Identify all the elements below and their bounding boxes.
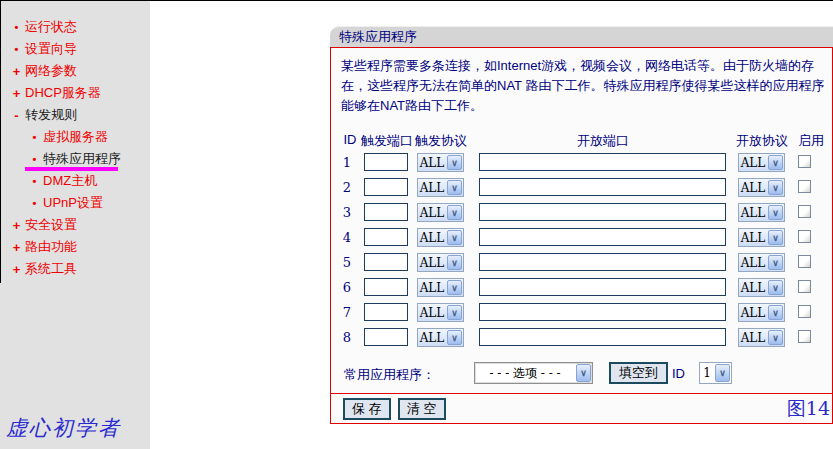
enable-checkbox[interactable] (798, 305, 811, 318)
enable-checkbox[interactable] (798, 230, 811, 243)
open-protocol-select[interactable]: ALL ∨ (738, 153, 785, 172)
open-protocol-select[interactable]: ALL ∨ (738, 328, 785, 347)
trigger-port-input[interactable] (364, 178, 408, 196)
trigger-port-input[interactable] (364, 303, 408, 321)
open-port-input[interactable] (479, 278, 726, 296)
sidebar-item[interactable]: • 运行状态 (0, 16, 150, 38)
plus-icon: + (10, 240, 23, 255)
col-header-trigger-protocol: 触发协议 (415, 132, 467, 150)
trigger-protocol-select[interactable]: ALL ∨ (417, 328, 464, 347)
trigger-protocol-value: ALL (418, 181, 446, 195)
enable-checkbox[interactable] (798, 255, 811, 268)
open-port-input[interactable] (479, 153, 726, 171)
sidebar-item-label: UPnP设置 (43, 194, 103, 212)
id-label: ID (672, 366, 685, 381)
chevron-down-icon: ∨ (768, 280, 783, 295)
table-row: 4 ALL ∨ ALL ∨ (331, 226, 832, 251)
open-port-input[interactable] (479, 328, 726, 346)
col-header-open-protocol: 开放协议 (736, 132, 788, 150)
trigger-protocol-select[interactable]: ALL ∨ (417, 278, 464, 297)
trigger-port-input[interactable] (364, 253, 408, 271)
chevron-down-icon: ∨ (768, 305, 783, 320)
open-protocol-value: ALL (739, 256, 767, 270)
open-protocol-select[interactable]: ALL ∨ (738, 278, 785, 297)
bullet-icon: • (28, 175, 41, 187)
plus-icon: + (10, 86, 23, 101)
open-protocol-select[interactable]: ALL ∨ (738, 303, 785, 322)
open-protocol-select[interactable]: ALL ∨ (738, 203, 785, 222)
row-id: 8 (339, 330, 355, 345)
app-rows: 1 ALL ∨ ALL ∨ 2 ALL ∨ ALL ∨ 3 ALL ∨ (331, 151, 832, 351)
watermark-signature: 虚心初学者 (6, 414, 121, 442)
open-protocol-value: ALL (739, 306, 767, 320)
figure-caption: 图14 (787, 396, 830, 422)
trigger-port-input[interactable] (364, 278, 408, 296)
bullet-icon: • (10, 43, 23, 55)
trigger-protocol-select[interactable]: ALL ∨ (417, 178, 464, 197)
open-protocol-select[interactable]: ALL ∨ (738, 228, 785, 247)
open-port-input[interactable] (479, 228, 726, 246)
trigger-port-input[interactable] (364, 153, 408, 171)
enable-checkbox[interactable] (798, 330, 811, 343)
sidebar-item[interactable]: • DMZ主机 (0, 170, 150, 192)
enable-checkbox[interactable] (798, 155, 811, 168)
common-apps-select[interactable]: - - - 选项 - - - ∨ (474, 362, 593, 384)
trigger-port-input[interactable] (364, 228, 408, 246)
id-select[interactable]: 1 ∨ (699, 362, 732, 384)
enable-checkbox[interactable] (798, 205, 811, 218)
sidebar-item[interactable]: • 特殊应用程序 (0, 148, 150, 170)
save-button[interactable]: 保 存 (343, 398, 391, 420)
open-protocol-select[interactable]: ALL ∨ (738, 253, 785, 272)
col-header-id: ID (344, 132, 357, 147)
open-port-input[interactable] (479, 303, 726, 321)
table-row: 7 ALL ∨ ALL ∨ (331, 301, 832, 326)
enable-checkbox[interactable] (798, 180, 811, 193)
open-protocol-value: ALL (739, 231, 767, 245)
trigger-protocol-select[interactable]: ALL ∨ (417, 153, 464, 172)
enable-checkbox[interactable] (798, 280, 811, 293)
sidebar-item[interactable]: + 路由功能 (0, 236, 150, 258)
sidebar-item-label: 网络参数 (25, 62, 77, 80)
table-row: 6 ALL ∨ ALL ∨ (331, 276, 832, 301)
table-row: 2 ALL ∨ ALL ∨ (331, 176, 832, 201)
chevron-down-icon: ∨ (768, 205, 783, 220)
left-border-line (0, 0, 1, 283)
open-protocol-value: ALL (739, 331, 767, 345)
open-port-input[interactable] (479, 178, 726, 196)
footer-bar: 保 存 清 空 图14 (331, 393, 832, 423)
sidebar-item[interactable]: + 系统工具 (0, 258, 150, 280)
chevron-down-icon: ∨ (447, 280, 462, 295)
trigger-port-input[interactable] (364, 328, 408, 346)
sidebar-item[interactable]: • 虚拟服务器 (0, 126, 150, 148)
trigger-protocol-select[interactable]: ALL ∨ (417, 203, 464, 222)
trigger-protocol-select[interactable]: ALL ∨ (417, 303, 464, 322)
common-apps-label: 常用应用程序： (344, 366, 435, 384)
plus-icon: + (10, 262, 23, 277)
open-port-input[interactable] (479, 253, 726, 271)
sidebar-item[interactable]: - 转发规则 (0, 104, 150, 126)
open-protocol-select[interactable]: ALL ∨ (738, 178, 785, 197)
sidebar-item-label: 虚拟服务器 (43, 128, 108, 146)
sidebar-item-label: 安全设置 (25, 216, 77, 234)
fill-to-button[interactable]: 填空到 (609, 362, 668, 384)
trigger-protocol-value: ALL (418, 156, 446, 170)
sidebar-item[interactable]: • 设置向导 (0, 38, 150, 60)
sidebar-item[interactable]: + 网络参数 (0, 60, 150, 82)
open-protocol-value: ALL (739, 181, 767, 195)
chevron-down-icon: ∨ (768, 330, 783, 345)
trigger-protocol-value: ALL (418, 281, 446, 295)
table-row: 8 ALL ∨ ALL ∨ (331, 326, 832, 351)
trigger-protocol-select[interactable]: ALL ∨ (417, 253, 464, 272)
sidebar-item[interactable]: + DHCP服务器 (0, 82, 150, 104)
minus-icon: - (10, 108, 23, 123)
trigger-port-input[interactable] (364, 203, 408, 221)
sidebar-item[interactable]: + 安全设置 (0, 214, 150, 236)
col-header-enable: 启用 (798, 132, 824, 150)
trigger-protocol-value: ALL (418, 306, 446, 320)
row-id: 6 (339, 280, 355, 295)
bullet-icon: • (10, 21, 23, 33)
clear-button[interactable]: 清 空 (398, 398, 446, 420)
sidebar-item[interactable]: • UPnP设置 (0, 192, 150, 214)
trigger-protocol-select[interactable]: ALL ∨ (417, 228, 464, 247)
open-port-input[interactable] (479, 203, 726, 221)
